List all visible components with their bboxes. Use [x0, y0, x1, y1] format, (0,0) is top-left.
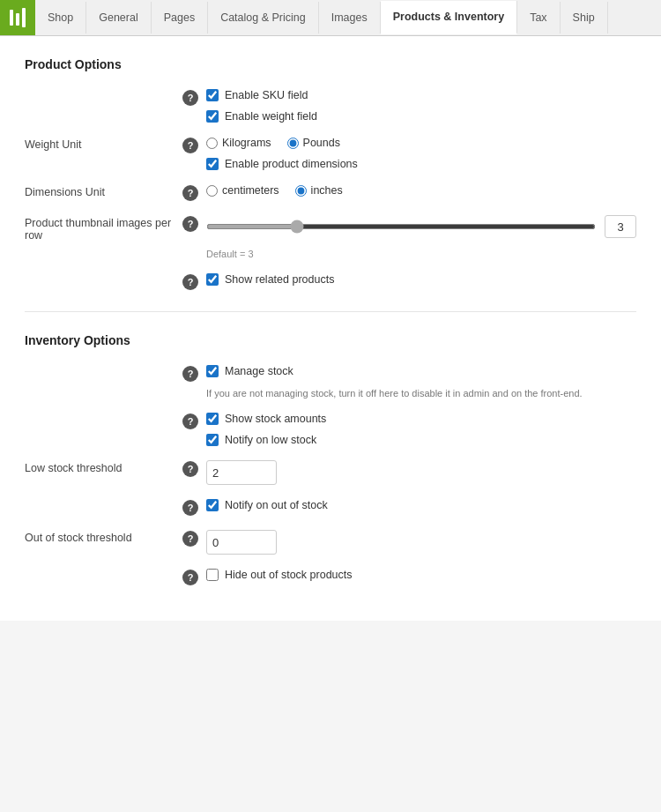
hide-oos-label-empty [25, 569, 175, 570]
weight-pounds-option[interactable]: Pounds [287, 137, 340, 149]
hide-oos-field: Hide out of stock products [206, 569, 636, 581]
enable-sku-label[interactable]: Enable SKU field [225, 89, 308, 101]
notify-oos-label[interactable]: Notify on out of stock [225, 499, 328, 511]
weight-pounds-radio[interactable] [287, 138, 299, 149]
show-stock-amounts-checkbox[interactable] [206, 413, 219, 425]
show-related-label[interactable]: Show related products [225, 273, 334, 286]
hide-oos-help[interactable]: ? [175, 569, 206, 585]
thumbnail-default-text: Default = 3 [206, 249, 636, 259]
dim-inches-label: inches [311, 184, 343, 197]
related-field: Show related products [206, 273, 636, 286]
hide-oos-checkbox[interactable] [206, 569, 219, 581]
low-stock-field [206, 460, 636, 485]
show-related-checkbox[interactable] [206, 273, 219, 286]
weight-unit-row: Weight Unit ? Kilograms Pounds Enable pr… [25, 137, 636, 170]
show-stock-amounts-label[interactable]: Show stock amounts [225, 413, 326, 425]
tab-ship[interactable]: Ship [561, 2, 608, 34]
notify-oos-help[interactable]: ? [175, 499, 206, 516]
tab-tax[interactable]: Tax [517, 2, 560, 34]
notify-low-stock-label[interactable]: Notify on low stock [225, 434, 316, 446]
dim-inches-option[interactable]: inches [295, 184, 343, 197]
show-stock-field: Show stock amounts Notify on low stock [206, 413, 636, 446]
show-stock-help[interactable]: ? [175, 413, 206, 429]
dim-centimeters-label: centimeters [222, 184, 279, 197]
dimensions-unit-row: Dimensions Unit ? centimeters inches [25, 184, 636, 201]
low-stock-input-container [206, 460, 636, 485]
sku-help-icon[interactable]: ? [182, 90, 198, 106]
tab-bar: Shop General Pages Catalog & Pricing Ima… [0, 0, 661, 36]
show-stock-amounts-row: Show stock amounts [206, 413, 636, 425]
inventory-options-title: Inventory Options [25, 333, 636, 347]
notify-oos-field: Notify on out of stock [206, 499, 636, 511]
manage-stock-help[interactable]: ? [175, 365, 206, 382]
weight-unit-label: Weight Unit [25, 137, 175, 151]
thumbnail-slider-container [206, 215, 636, 238]
weight-kilograms-label: Kilograms [222, 137, 271, 149]
enable-dimensions-label[interactable]: Enable product dimensions [225, 158, 358, 170]
tab-catalog-pricing[interactable]: Catalog & Pricing [208, 2, 319, 34]
out-of-stock-threshold-label: Out of stock threshold [25, 530, 175, 544]
dimensions-unit-help-icon[interactable]: ? [182, 185, 198, 201]
low-stock-threshold-input[interactable] [206, 460, 277, 485]
show-stock-help-icon[interactable]: ? [182, 413, 198, 429]
hide-oos-row: ? Hide out of stock products [25, 569, 636, 585]
out-of-stock-help[interactable]: ? [175, 530, 206, 547]
thumbnail-value-input[interactable] [605, 215, 636, 238]
dim-centimeters-option[interactable]: centimeters [206, 184, 279, 197]
notify-low-stock-checkbox[interactable] [206, 434, 219, 446]
thumbnail-field: Default = 3 [206, 215, 636, 259]
manage-stock-field: Manage stock If you are not managing sto… [206, 365, 636, 399]
notify-oos-help-icon[interactable]: ? [182, 500, 198, 516]
low-stock-help-icon[interactable]: ? [182, 461, 198, 477]
tab-general[interactable]: General [86, 2, 151, 34]
thumbnail-help-icon[interactable]: ? [182, 216, 198, 232]
hide-oos-label[interactable]: Hide out of stock products [225, 569, 353, 581]
out-of-stock-help-icon[interactable]: ? [182, 531, 198, 547]
manage-stock-checkbox-row: Manage stock [206, 365, 636, 377]
sku-help[interactable]: ? [175, 89, 206, 106]
tab-images[interactable]: Images [319, 2, 381, 34]
dim-inches-radio[interactable] [295, 185, 307, 197]
low-stock-help[interactable]: ? [175, 460, 206, 477]
notify-oos-checkbox[interactable] [206, 499, 219, 511]
enable-weight-row: Enable weight field [206, 110, 636, 123]
tab-products-inventory[interactable]: Products & Inventory [381, 1, 517, 34]
enable-weight-checkbox[interactable] [206, 110, 219, 123]
hide-oos-help-icon[interactable]: ? [182, 570, 198, 585]
manage-stock-checkbox-label[interactable]: Manage stock [225, 365, 293, 377]
enable-weight-label[interactable]: Enable weight field [225, 110, 317, 123]
out-of-stock-threshold-input[interactable] [206, 530, 277, 555]
manage-stock-label-empty [25, 365, 175, 367]
dimensions-unit-label: Dimensions Unit [25, 184, 175, 198]
weight-unit-radios: Kilograms Pounds [206, 137, 636, 149]
enable-dimensions-checkbox[interactable] [206, 158, 219, 170]
weight-kilograms-radio[interactable] [206, 138, 218, 149]
thumbnail-slider[interactable] [206, 224, 596, 229]
related-help-icon[interactable]: ? [182, 274, 198, 290]
weight-kilograms-option[interactable]: Kilograms [206, 137, 271, 149]
tab-shop[interactable]: Shop [35, 2, 86, 34]
sku-field: Enable SKU field Enable weight field [206, 89, 636, 123]
dimensions-unit-field: centimeters inches [206, 184, 636, 197]
dimensions-unit-help[interactable]: ? [175, 184, 206, 201]
section-divider [25, 311, 636, 312]
dim-centimeters-radio[interactable] [206, 185, 218, 197]
main-content: Product Options ? Enable SKU field Enabl… [0, 36, 661, 621]
enable-sku-row: Enable SKU field [206, 89, 636, 101]
svg-rect-2 [22, 8, 26, 27]
tab-pages[interactable]: Pages [152, 2, 208, 34]
manage-stock-help-icon[interactable]: ? [182, 366, 198, 382]
logo [0, 0, 35, 35]
related-help[interactable]: ? [175, 273, 206, 290]
related-products-row: ? Show related products [25, 273, 636, 290]
low-stock-threshold-row: Low stock threshold ? [25, 460, 636, 485]
sku-label-empty [25, 89, 175, 91]
notify-oos-label-empty [25, 499, 175, 501]
out-of-stock-input-container [206, 530, 636, 555]
thumbnail-row: Product thumbnail images per row ? Defau… [25, 215, 636, 259]
manage-stock-checkbox[interactable] [206, 365, 219, 377]
weight-unit-help-icon[interactable]: ? [182, 138, 198, 153]
thumbnail-help[interactable]: ? [175, 215, 206, 232]
enable-sku-checkbox[interactable] [206, 89, 219, 101]
weight-unit-help[interactable]: ? [175, 137, 206, 153]
